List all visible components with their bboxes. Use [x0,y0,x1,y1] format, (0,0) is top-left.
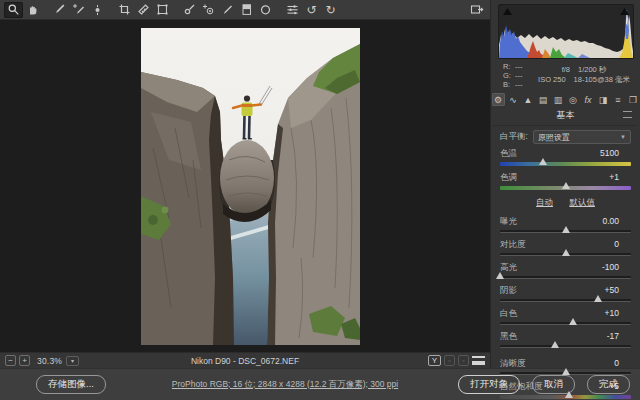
slider-track[interactable] [500,186,631,190]
highlight-clipping-triangle[interactable] [619,7,630,16]
slider-track[interactable] [500,345,631,348]
slider-track[interactable] [500,372,631,375]
zoom-in-button[interactable]: + [19,355,30,366]
contrast-slider: 对比度 0 [500,240,631,256]
shutter-speed: 1/200 秒 [578,65,606,74]
status-bar: − + 30.3% ▾ Nikon D90 - DSC_0672.NEF Y ▫… [0,352,490,368]
red-eye-removal-tool[interactable] [199,2,218,18]
hand-tool[interactable] [23,2,42,18]
slider-label: 对比度 [500,240,526,249]
auto-link[interactable]: 自动 [536,197,553,207]
color-sampler-tool[interactable] [69,2,88,18]
radial-filter-tool[interactable] [256,2,275,18]
white-balance-tool[interactable] [50,2,69,18]
lens: 18-105@38 毫米 [574,75,630,84]
crop-tool[interactable] [115,2,134,18]
zoom-out-button[interactable]: − [5,355,16,366]
histogram [498,4,634,59]
aperture: f/8 [562,65,570,74]
tab-detail[interactable]: ▲ [522,93,535,106]
exif-info: R:--- G:--- B:--- f/81/200 秒 ISO 25018-1… [491,61,640,91]
slider-value: 0 [614,240,631,249]
tone-sliders-container: 曝光 0.00 对比度 0 高光 -100 阴影 +50 [500,217,631,400]
tab-hsl-grayscale[interactable]: ▤ [537,93,550,106]
adjustment-brush-tool[interactable] [218,2,237,18]
straighten-tool[interactable] [134,2,153,18]
preview-settings-icon[interactable] [472,356,485,365]
graduated-filter-tool[interactable] [237,2,256,18]
slider-thumb[interactable] [562,226,570,233]
rotate-right-button[interactable]: ↻ [321,2,340,18]
tab-snapshots[interactable]: ❐ [627,93,640,106]
shadow-clipping-triangle[interactable] [502,7,513,16]
slider-track[interactable] [500,253,631,256]
slider-value: 0.00 [602,217,631,226]
basic-controls: 白平衡: 原照设置 ▼ 色温 5100 色调 +1 自动 默认值 [491,126,640,400]
slider-track[interactable] [500,299,631,302]
tab-presets[interactable]: ≡ [612,93,625,106]
temperature-slider: 色温 5100 [500,149,631,166]
slider-track[interactable] [500,162,631,166]
wb-sliders-container: 色温 5100 色调 +1 [500,149,631,190]
slider-value: 0 [614,359,631,368]
slider-thumb[interactable] [569,318,577,325]
slider-thumb[interactable] [539,158,547,165]
tab-lens-corrections[interactable]: ◎ [567,93,580,106]
slider-track[interactable] [500,276,631,279]
zoom-tool[interactable] [4,2,23,18]
slider-label: 高光 [500,263,517,272]
exposure-slider: 曝光 0.00 [500,217,631,233]
slider-thumb[interactable] [562,368,570,375]
tab-tone-curve[interactable]: ∿ [507,93,520,106]
tab-basic[interactable]: ⚙ [492,93,505,106]
default-link[interactable]: 默认值 [569,197,595,207]
spot-removal-tool[interactable] [180,2,199,18]
slider-value: -17 [607,332,631,341]
before-after-toggle[interactable]: Y [428,355,441,366]
slider-thumb[interactable] [551,341,559,348]
slider-track[interactable] [500,322,631,325]
highlights-slider: 高光 -100 [500,263,631,279]
zoom-level-dropdown[interactable]: ▾ [66,356,79,366]
white-balance-select[interactable]: 原照设置 ▼ [533,130,631,144]
slider-thumb[interactable] [594,295,602,302]
swap-settings-button[interactable]: ▫ [458,355,469,366]
tab-camera-calibration[interactable]: ◨ [597,93,610,106]
slider-thumb[interactable] [565,391,573,398]
auto-default-row: 自动 默认值 [500,197,631,209]
slider-value: -100 [602,263,631,272]
tint-slider: 色调 +1 [500,173,631,190]
b-label: B: [503,80,515,89]
zoom-level: 30.3% [37,356,62,366]
copy-settings-button[interactable]: ▫ [444,355,455,366]
slider-track[interactable] [500,395,631,399]
save-image-button[interactable]: 存储图像... [36,375,106,394]
rotate-left-button[interactable]: ↺ [302,2,321,18]
slider-thumb[interactable] [562,249,570,256]
slider-label: 白色 [500,309,517,318]
shadows-slider: 阴影 +50 [500,286,631,302]
toggle-fullscreen-button[interactable] [467,2,486,18]
tab-split-toning[interactable]: ▥ [552,93,565,106]
targeted-adjustment-tool[interactable] [88,2,107,18]
iso: ISO 250 [538,75,566,84]
g-label: G: [503,71,515,80]
slider-value: +50 [605,286,631,295]
slider-value: +5 [609,382,631,391]
slider-thumb[interactable] [562,182,570,189]
panel-menu-icon[interactable] [623,111,632,118]
slider-thumb[interactable] [496,272,504,279]
g-value: --- [515,71,523,80]
slider-track[interactable] [500,230,631,233]
white-balance-value: 原照设置 [538,132,570,143]
workflow-options-link[interactable]: ProPhoto RGB; 16 位; 2848 x 4288 (12.2 百万… [150,379,420,391]
whites-slider: 白色 +10 [500,309,631,325]
transform-tool[interactable] [153,2,172,18]
white-balance-label: 白平衡: [500,131,528,143]
preferences-button[interactable] [283,2,302,18]
photo-preview[interactable] [141,28,360,345]
tab-effects[interactable]: fx [582,93,595,106]
slider-value: +10 [605,309,631,318]
slider-label: 清晰度 [500,359,526,368]
clarity-slider: 清晰度 0 [500,359,631,375]
